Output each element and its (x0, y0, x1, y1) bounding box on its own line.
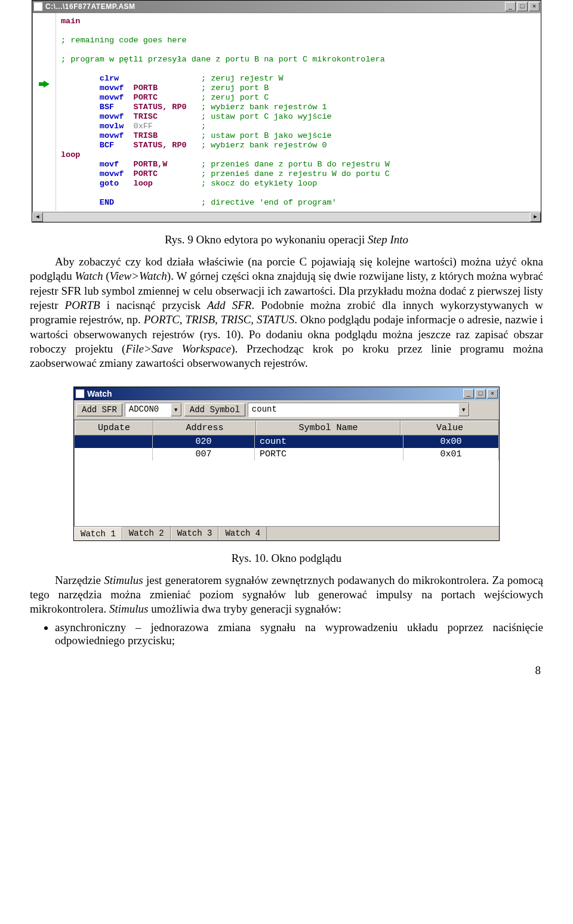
add-symbol-button[interactable]: Add Symbol (184, 403, 245, 416)
dropdown-arrow-icon[interactable]: ▼ (458, 403, 469, 416)
editor-window: C:\...\16F877ATEMP.ASM _ □ × main ; rema… (32, 0, 541, 222)
page-number: 8 (30, 664, 543, 677)
cell-symbol: PORTC (255, 448, 403, 461)
watch-minimize-button[interactable]: _ (463, 389, 474, 398)
col-symbol[interactable]: Symbol Name (256, 421, 401, 435)
cell-update (75, 448, 153, 461)
caption-text: Rys. 9 Okno edytora po wykonaniu operacj… (165, 233, 368, 246)
cell-symbol: count (255, 435, 403, 448)
watch-table-header: Update Address Symbol Name Value (75, 421, 499, 435)
figure-10-caption: Rys. 10. Okno podglądu (30, 552, 543, 565)
symbol-combo[interactable]: count ▼ (248, 403, 470, 417)
watch-empty-area[interactable] (75, 461, 499, 526)
sfr-combo[interactable]: ADCON0 ▼ (125, 403, 182, 417)
editor-titlebar[interactable]: C:\...\16F877ATEMP.ASM _ □ × (32, 1, 541, 13)
cell-address: 020 (153, 435, 255, 448)
watch-title: Watch (87, 389, 463, 398)
scroll-track[interactable] (43, 212, 530, 222)
cell-update (75, 435, 153, 448)
table-row[interactable]: 007PORTC0x01 (75, 448, 499, 461)
watch-tabs: Watch 1Watch 2Watch 3Watch 4 (74, 526, 499, 540)
col-address[interactable]: Address (153, 421, 256, 435)
watch-window: Watch _ □ × Add SFR ADCON0 ▼ Add Symbol … (73, 387, 500, 541)
watch-maximize-button[interactable]: □ (475, 389, 486, 398)
table-row[interactable]: 020count0x00 (75, 435, 499, 448)
bullet-1: asynchroniczny – jednorazowa zmiana sygn… (55, 621, 543, 647)
watch-titlebar[interactable]: Watch _ □ × (74, 387, 499, 400)
watch-tab[interactable]: Watch 4 (218, 527, 267, 540)
bullet-list: asynchroniczny – jednorazowa zmiana sygn… (55, 621, 543, 647)
watch-window-icon (75, 389, 85, 398)
editor-title: C:\...\16F877ATEMP.ASM (45, 2, 505, 11)
figure-9-caption: Rys. 9 Okno edytora po wykonaniu operacj… (30, 233, 543, 246)
close-button[interactable]: × (529, 2, 540, 11)
cell-value: 0x01 (403, 448, 499, 461)
editor-gutter (33, 13, 56, 211)
code-area[interactable]: main ; remaining code goes here ; progra… (56, 13, 540, 211)
paragraph-2: Narzędzie Stimulus jest generatorem sygn… (30, 573, 543, 617)
watch-toolbar: Add SFR ADCON0 ▼ Add Symbol count ▼ (74, 400, 499, 420)
scroll-left-button[interactable]: ◄ (32, 212, 43, 222)
add-sfr-button[interactable]: Add SFR (76, 403, 122, 416)
scroll-right-button[interactable]: ► (530, 212, 541, 222)
watch-tab[interactable]: Watch 1 (74, 527, 122, 540)
caption-italic: Step Into (368, 233, 408, 246)
pc-arrow-icon-head (44, 81, 50, 88)
dropdown-arrow-icon[interactable]: ▼ (171, 403, 181, 416)
cell-value: 0x00 (403, 435, 499, 448)
minimize-button[interactable]: _ (505, 2, 516, 11)
editor-client-area: main ; remaining code goes here ; progra… (32, 13, 541, 212)
sfr-combo-value: ADCON0 (125, 403, 171, 416)
horizontal-scrollbar[interactable]: ◄ ► (32, 212, 541, 222)
pc-arrow-icon (39, 82, 44, 86)
watch-tab[interactable]: Watch 3 (171, 527, 219, 540)
maximize-button[interactable]: □ (517, 2, 528, 11)
watch-table: Update Address Symbol Name Value 020coun… (74, 420, 499, 526)
watch-tab[interactable]: Watch 2 (122, 527, 171, 540)
col-value[interactable]: Value (401, 421, 499, 435)
editor-file-icon (33, 2, 43, 11)
cell-address: 007 (153, 448, 255, 461)
col-update[interactable]: Update (75, 421, 153, 435)
symbol-combo-value: count (248, 403, 458, 416)
paragraph-1: Aby zobaczyć czy kod działa właściwie (n… (30, 255, 543, 371)
watch-close-button[interactable]: × (487, 389, 498, 398)
